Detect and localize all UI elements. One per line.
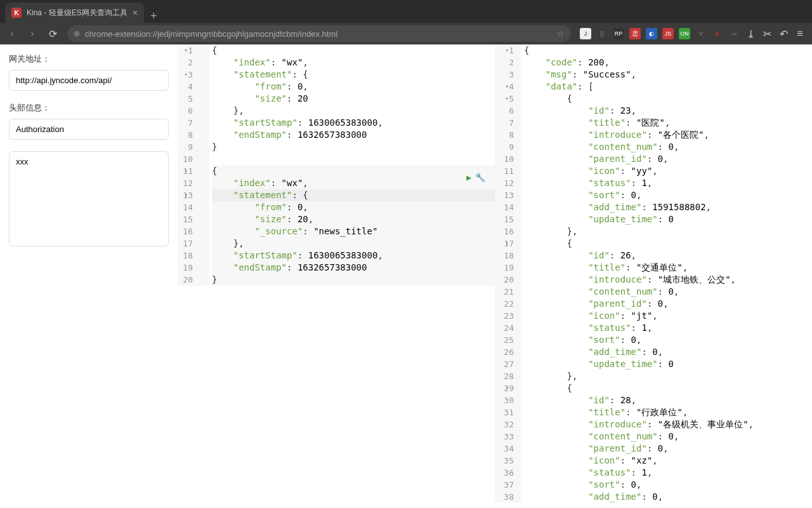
run-button[interactable]: ▶ — [466, 171, 471, 184]
undo-icon[interactable]: ↶ — [778, 28, 789, 40]
wrench-icon[interactable]: 🔧 — [475, 171, 485, 184]
back-button[interactable]: ‹ — [6, 28, 18, 39]
browser-chrome: K Kina - 轻量级ES网关查询工具 × + ‹ › ⟳ ⊕ chrome-… — [0, 0, 812, 44]
url-bar[interactable]: ⊕ chrome-extension://jedjmimpmngmbbcgojh… — [67, 25, 571, 42]
header-label: 头部信息： — [9, 102, 169, 114]
download-icon[interactable]: ⤓ — [745, 28, 756, 40]
response-code: { "code": 200, "msg": "Success", "data":… — [521, 44, 812, 503]
editor-code[interactable]: { "index": "wx", "statement": { "from": … — [209, 44, 495, 286]
ext-icon-v[interactable]: V — [695, 28, 707, 39]
ext-icon-json[interactable]: J — [580, 28, 591, 39]
app-content: 网关地址： 头部信息： 1▾23▾4567891011▾1213▾1415161… — [0, 44, 812, 508]
menu-icon[interactable]: ≡ — [794, 28, 806, 39]
header-value-input[interactable] — [9, 151, 169, 246]
tab-favicon-icon: K — [11, 8, 22, 18]
ext-icon-js[interactable]: JS — [662, 28, 674, 39]
shield-icon: ⊕ — [74, 29, 80, 38]
close-icon[interactable]: × — [133, 8, 138, 18]
ext-icon-braces[interactable]: {} — [596, 28, 608, 39]
url-text: chrome-extension://jedjmimpmngmbbcgojhlg… — [85, 29, 551, 39]
reload-button[interactable]: ⟳ — [47, 28, 58, 40]
scissors-icon[interactable]: ✂ — [761, 28, 773, 40]
response-gutter: 1▾234▾5▾67891011121314151617▾18192021222… — [495, 44, 521, 503]
editor-gutter: 1▾23▾4567891011▾1213▾14151617181920 — [178, 44, 209, 286]
bookmark-icon[interactable]: ☆ — [556, 29, 565, 39]
header-key-input[interactable] — [9, 119, 169, 140]
ext-icon-k[interactable]: K — [712, 28, 723, 39]
tab-title: Kina - 轻量级ES网关查询工具 — [27, 8, 128, 18]
nav-bar: ‹ › ⟳ ⊕ chrome-extension://jedjmimpmngmb… — [0, 23, 812, 44]
ext-icon-blue[interactable]: ◐ — [646, 28, 657, 39]
gateway-label: 网关地址： — [9, 53, 169, 65]
run-actions: ▶ 🔧 — [466, 171, 485, 184]
forward-button[interactable]: › — [27, 28, 38, 39]
request-editor[interactable]: 1▾23▾4567891011▾1213▾14151617181920 { "i… — [178, 44, 495, 508]
extension-icons: J {} RP 思 ◐ JS ON V K ▭ ⤓ ✂ ↶ ≡ — [580, 28, 806, 40]
sidebar: 网关地址： 头部信息： — [0, 44, 178, 508]
response-viewer[interactable]: 1▾234▾5▾67891011121314151617▾18192021222… — [495, 44, 812, 508]
ext-icon-on[interactable]: ON — [679, 28, 690, 39]
new-tab-button[interactable]: + — [144, 10, 164, 23]
ext-icon-rp[interactable]: RP — [613, 28, 624, 39]
ext-icon-red[interactable]: 思 — [629, 28, 641, 39]
battery-icon[interactable]: ▭ — [728, 28, 740, 39]
gateway-input[interactable] — [9, 70, 169, 91]
browser-tab[interactable]: K Kina - 轻量级ES网关查询工具 × — [5, 3, 144, 23]
tab-bar: K Kina - 轻量级ES网关查询工具 × + — [0, 0, 812, 23]
